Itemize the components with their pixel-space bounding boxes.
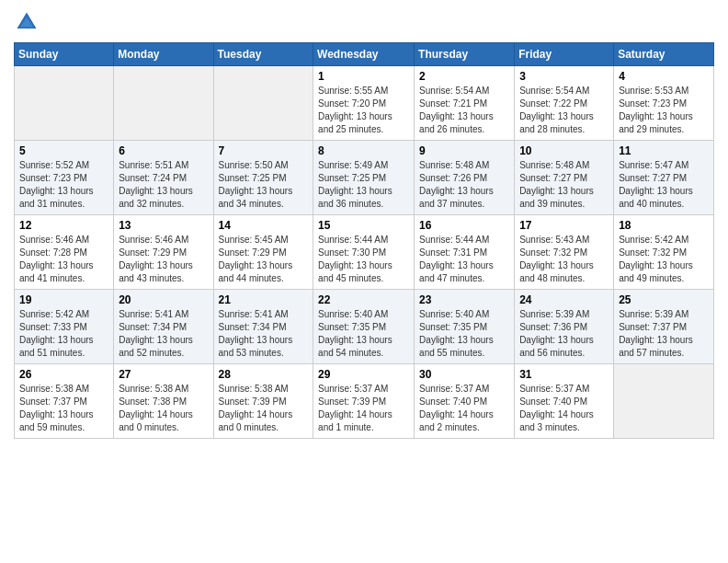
day-info: Sunrise: 5:40 AM Sunset: 7:35 PM Dayligh… [419, 308, 509, 360]
calendar-day-cell: 16Sunrise: 5:44 AM Sunset: 7:31 PM Dayli… [415, 215, 515, 290]
calendar-day-cell: 29Sunrise: 5:37 AM Sunset: 7:39 PM Dayli… [313, 364, 415, 439]
calendar-day-cell: 21Sunrise: 5:41 AM Sunset: 7:34 PM Dayli… [213, 290, 313, 364]
day-info: Sunrise: 5:38 AM Sunset: 7:39 PM Dayligh… [219, 383, 309, 434]
day-info: Sunrise: 5:45 AM Sunset: 7:29 PM Dayligh… [219, 234, 309, 285]
day-number: 24 [519, 293, 609, 306]
calendar-day-cell: 10Sunrise: 5:48 AM Sunset: 7:27 PM Dayli… [515, 141, 614, 215]
day-number: 12 [19, 219, 108, 232]
calendar-day-cell [614, 364, 714, 439]
day-info: Sunrise: 5:48 AM Sunset: 7:27 PM Dayligh… [519, 159, 609, 211]
day-info: Sunrise: 5:52 AM Sunset: 7:23 PM Dayligh… [19, 159, 108, 211]
calendar-day-cell: 27Sunrise: 5:38 AM Sunset: 7:38 PM Dayli… [114, 364, 213, 439]
day-number: 30 [419, 368, 509, 381]
day-of-week-header: Wednesday [313, 43, 415, 66]
calendar-day-cell [114, 66, 213, 141]
calendar-day-cell [213, 66, 313, 141]
calendar-day-cell: 31Sunrise: 5:37 AM Sunset: 7:40 PM Dayli… [515, 364, 614, 439]
calendar-day-cell: 22Sunrise: 5:40 AM Sunset: 7:35 PM Dayli… [313, 290, 415, 364]
day-info: Sunrise: 5:40 AM Sunset: 7:35 PM Dayligh… [318, 308, 409, 360]
calendar-header-row: SundayMondayTuesdayWednesdayThursdayFrid… [15, 43, 714, 66]
day-number: 16 [419, 219, 509, 232]
calendar-week-row: 1Sunrise: 5:55 AM Sunset: 7:20 PM Daylig… [15, 66, 714, 141]
calendar-week-row: 19Sunrise: 5:42 AM Sunset: 7:33 PM Dayli… [15, 290, 714, 364]
day-number: 26 [19, 368, 108, 381]
day-number: 2 [419, 70, 509, 83]
day-info: Sunrise: 5:43 AM Sunset: 7:32 PM Dayligh… [519, 234, 609, 285]
day-number: 11 [619, 144, 709, 157]
day-number: 18 [619, 219, 709, 232]
day-info: Sunrise: 5:47 AM Sunset: 7:27 PM Dayligh… [619, 159, 709, 211]
day-info: Sunrise: 5:37 AM Sunset: 7:40 PM Dayligh… [419, 383, 509, 434]
day-info: Sunrise: 5:39 AM Sunset: 7:36 PM Dayligh… [519, 308, 609, 360]
day-info: Sunrise: 5:42 AM Sunset: 7:33 PM Dayligh… [19, 308, 108, 360]
calendar-day-cell: 25Sunrise: 5:39 AM Sunset: 7:37 PM Dayli… [614, 290, 714, 364]
day-info: Sunrise: 5:51 AM Sunset: 7:24 PM Dayligh… [119, 159, 208, 211]
day-info: Sunrise: 5:54 AM Sunset: 7:22 PM Dayligh… [519, 85, 609, 136]
day-info: Sunrise: 5:50 AM Sunset: 7:25 PM Dayligh… [219, 159, 309, 211]
calendar-day-cell: 18Sunrise: 5:42 AM Sunset: 7:32 PM Dayli… [614, 215, 714, 290]
day-number: 14 [219, 219, 309, 232]
day-number: 10 [519, 144, 609, 157]
calendar-day-cell: 26Sunrise: 5:38 AM Sunset: 7:37 PM Dayli… [15, 364, 114, 439]
logo-icon [14, 9, 40, 35]
calendar-day-cell: 1Sunrise: 5:55 AM Sunset: 7:20 PM Daylig… [313, 66, 415, 141]
day-number: 3 [519, 70, 609, 83]
calendar-day-cell: 4Sunrise: 5:53 AM Sunset: 7:23 PM Daylig… [614, 66, 714, 141]
day-info: Sunrise: 5:48 AM Sunset: 7:26 PM Dayligh… [419, 159, 509, 211]
day-info: Sunrise: 5:37 AM Sunset: 7:39 PM Dayligh… [318, 383, 409, 434]
day-of-week-header: Saturday [614, 43, 714, 66]
calendar-week-row: 5Sunrise: 5:52 AM Sunset: 7:23 PM Daylig… [15, 141, 714, 215]
day-info: Sunrise: 5:37 AM Sunset: 7:40 PM Dayligh… [519, 383, 609, 434]
day-info: Sunrise: 5:54 AM Sunset: 7:21 PM Dayligh… [419, 85, 509, 136]
day-info: Sunrise: 5:46 AM Sunset: 7:29 PM Dayligh… [119, 234, 208, 285]
day-info: Sunrise: 5:44 AM Sunset: 7:30 PM Dayligh… [318, 234, 409, 285]
calendar-day-cell: 30Sunrise: 5:37 AM Sunset: 7:40 PM Dayli… [415, 364, 515, 439]
day-number: 27 [119, 368, 208, 381]
day-number: 21 [219, 293, 309, 306]
day-number: 19 [19, 293, 108, 306]
day-number: 23 [419, 293, 509, 306]
day-number: 6 [119, 144, 208, 157]
calendar-day-cell: 7Sunrise: 5:50 AM Sunset: 7:25 PM Daylig… [213, 141, 313, 215]
day-info: Sunrise: 5:46 AM Sunset: 7:28 PM Dayligh… [19, 234, 108, 285]
calendar-day-cell: 14Sunrise: 5:45 AM Sunset: 7:29 PM Dayli… [213, 215, 313, 290]
day-of-week-header: Tuesday [213, 43, 313, 66]
calendar-day-cell: 17Sunrise: 5:43 AM Sunset: 7:32 PM Dayli… [515, 215, 614, 290]
calendar-week-row: 12Sunrise: 5:46 AM Sunset: 7:28 PM Dayli… [15, 215, 714, 290]
day-info: Sunrise: 5:39 AM Sunset: 7:37 PM Dayligh… [619, 308, 709, 360]
calendar-day-cell: 28Sunrise: 5:38 AM Sunset: 7:39 PM Dayli… [213, 364, 313, 439]
calendar-day-cell [15, 66, 114, 141]
day-number: 31 [519, 368, 609, 381]
day-info: Sunrise: 5:41 AM Sunset: 7:34 PM Dayligh… [119, 308, 208, 360]
day-number: 22 [318, 293, 409, 306]
day-number: 8 [318, 144, 409, 157]
day-info: Sunrise: 5:38 AM Sunset: 7:37 PM Dayligh… [19, 383, 108, 434]
calendar-day-cell: 23Sunrise: 5:40 AM Sunset: 7:35 PM Dayli… [415, 290, 515, 364]
day-info: Sunrise: 5:44 AM Sunset: 7:31 PM Dayligh… [419, 234, 509, 285]
calendar-page: SundayMondayTuesdayWednesdayThursdayFrid… [0, 0, 728, 563]
calendar-day-cell: 11Sunrise: 5:47 AM Sunset: 7:27 PM Dayli… [614, 141, 714, 215]
calendar-day-cell: 20Sunrise: 5:41 AM Sunset: 7:34 PM Dayli… [114, 290, 213, 364]
page-header [14, 9, 714, 35]
calendar-day-cell: 8Sunrise: 5:49 AM Sunset: 7:25 PM Daylig… [313, 141, 415, 215]
day-number: 15 [318, 219, 409, 232]
day-of-week-header: Sunday [15, 43, 114, 66]
day-number: 13 [119, 219, 208, 232]
day-of-week-header: Thursday [415, 43, 515, 66]
calendar-day-cell: 12Sunrise: 5:46 AM Sunset: 7:28 PM Dayli… [15, 215, 114, 290]
day-number: 9 [419, 144, 509, 157]
day-info: Sunrise: 5:41 AM Sunset: 7:34 PM Dayligh… [219, 308, 309, 360]
day-info: Sunrise: 5:55 AM Sunset: 7:20 PM Dayligh… [318, 85, 409, 136]
calendar-day-cell: 13Sunrise: 5:46 AM Sunset: 7:29 PM Dayli… [114, 215, 213, 290]
day-number: 25 [619, 293, 709, 306]
calendar-day-cell: 2Sunrise: 5:54 AM Sunset: 7:21 PM Daylig… [415, 66, 515, 141]
day-number: 1 [318, 70, 409, 83]
day-info: Sunrise: 5:49 AM Sunset: 7:25 PM Dayligh… [318, 159, 409, 211]
day-info: Sunrise: 5:53 AM Sunset: 7:23 PM Dayligh… [619, 85, 709, 136]
calendar-day-cell: 9Sunrise: 5:48 AM Sunset: 7:26 PM Daylig… [415, 141, 515, 215]
calendar-day-cell: 5Sunrise: 5:52 AM Sunset: 7:23 PM Daylig… [15, 141, 114, 215]
calendar-day-cell: 19Sunrise: 5:42 AM Sunset: 7:33 PM Dayli… [15, 290, 114, 364]
day-of-week-header: Friday [515, 43, 614, 66]
day-number: 20 [119, 293, 208, 306]
day-number: 17 [519, 219, 609, 232]
